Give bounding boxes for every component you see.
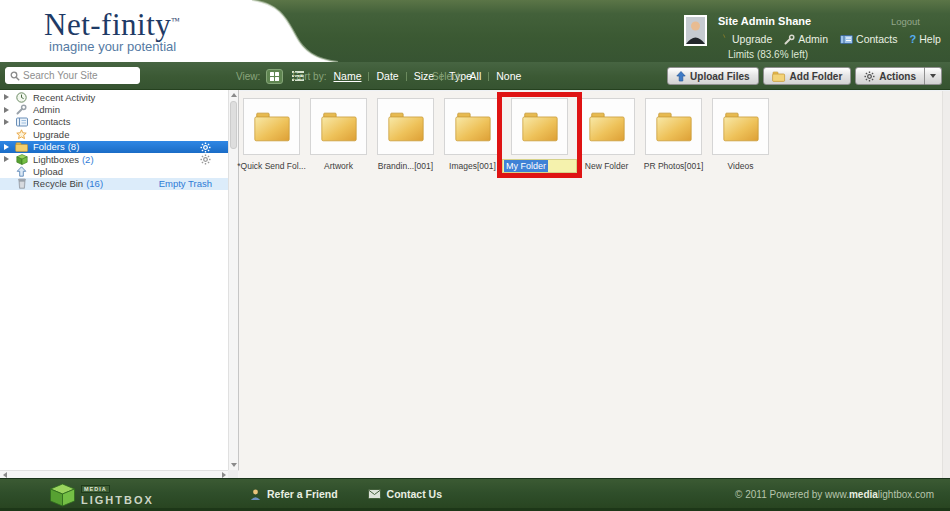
sidebar-item-label: Contacts <box>33 116 71 127</box>
folder-icon <box>653 110 695 143</box>
folder-tile-pr-photos[interactable]: PR Photos[001] <box>645 98 702 173</box>
actions-dropdown-button[interactable] <box>925 67 942 85</box>
folder-tile-videos[interactable]: Videos <box>712 98 769 173</box>
sidebar-item-recent-activity[interactable]: Recent Activity <box>0 91 228 103</box>
folder-thumbnail[interactable] <box>377 98 434 155</box>
upload-files-button[interactable]: Upload Files <box>667 67 758 85</box>
folder-thumbnail[interactable] <box>243 98 300 155</box>
logo-title: Net-finity™ <box>44 5 181 41</box>
folder-tile-new-folder[interactable]: New Folder <box>578 98 635 173</box>
folder-tile-branding[interactable]: Brandin...[001] <box>377 98 434 173</box>
sidebar-vertical-scrollbar[interactable] <box>228 90 238 470</box>
logo-word: Net-finity <box>44 7 171 42</box>
spacer <box>4 131 9 137</box>
footer-logo: MEDIA LIGHTBOX <box>49 483 154 507</box>
recycle-bin-count: (16) <box>86 178 103 189</box>
expand-arrow-icon[interactable] <box>4 94 9 100</box>
user-name: Site Admin Shane <box>718 15 811 27</box>
search-box <box>5 67 140 84</box>
expand-arrow-icon[interactable] <box>4 156 9 162</box>
actions-button[interactable]: Actions <box>855 67 925 85</box>
copyright-brand: media <box>849 489 878 500</box>
sidebar-item-label: Recent Activity <box>33 92 95 103</box>
add-folder-button[interactable]: Add Folder <box>763 67 852 85</box>
help-link[interactable]: ? Help <box>909 33 940 45</box>
upgrade-label: Upgrade <box>732 33 772 45</box>
folder-tile-my-folder[interactable]: My Folder <box>511 98 568 173</box>
upload-arrow-icon <box>676 71 686 82</box>
folder-name: Brandin...[001] <box>378 161 433 171</box>
spacer <box>4 181 9 187</box>
folder-thumbnail[interactable] <box>712 98 769 155</box>
folder-icon <box>720 110 762 143</box>
folder-tile-quick-send[interactable]: *Quick Send Fol... <box>243 98 300 173</box>
contacts-icon <box>840 34 853 45</box>
folder-thumbnail[interactable] <box>511 98 568 155</box>
expand-arrow-icon[interactable] <box>4 107 9 113</box>
folder-icon <box>15 142 28 152</box>
select-none[interactable]: None <box>496 70 521 82</box>
media-badge: MEDIA <box>81 485 110 493</box>
sidebar-item-label: Recycle Bin <box>33 178 83 189</box>
folder-tile-images[interactable]: Images[001] <box>444 98 501 173</box>
scroll-down-arrow[interactable] <box>229 460 238 470</box>
sort-label: Sort by: <box>292 71 326 82</box>
folder-name: New Folder <box>585 161 628 171</box>
scrollbar-thumb[interactable] <box>230 101 237 149</box>
select-all[interactable]: All <box>470 70 482 82</box>
content-scrollbar-track[interactable] <box>942 91 950 478</box>
sidebar-horizontal-scrollbar[interactable] <box>0 470 239 478</box>
empty-trash-link[interactable]: Empty Trash <box>159 178 212 189</box>
copyright: © 2011 Powered by www.medialightbox.com <box>735 479 934 509</box>
sidebar-item-upload[interactable]: Upload <box>0 165 228 177</box>
add-folder-label: Add Folder <box>790 71 843 82</box>
contacts-link[interactable]: Contacts <box>840 33 897 45</box>
help-label: Help <box>919 33 941 45</box>
admin-link[interactable]: Admin <box>784 33 828 45</box>
folder-tile-artwork[interactable]: Artwork <box>310 98 367 173</box>
sidebar-item-contacts[interactable]: Contacts <box>0 116 228 128</box>
search-input[interactable] <box>23 70 131 81</box>
folder-thumbnail[interactable] <box>578 98 635 155</box>
upgrade-link[interactable]: Upgrade <box>718 33 772 45</box>
folders-count: (8) <box>68 141 80 152</box>
sidebar-item-lightboxes[interactable]: Lightboxes (2) <box>0 153 228 165</box>
grid-view-button[interactable] <box>266 69 283 84</box>
avatar[interactable] <box>684 15 707 46</box>
footer-links: Refer a Friend Contact Us <box>250 479 442 509</box>
expand-arrow-icon[interactable] <box>4 119 9 125</box>
folder-thumbnail[interactable] <box>444 98 501 155</box>
lightbox-cube-icon <box>49 483 76 507</box>
sidebar-items: Recent Activity Admin Contacts Upgrade <box>0 91 228 190</box>
sidebar-item-admin[interactable]: Admin <box>0 103 228 115</box>
folder-icon <box>519 110 561 143</box>
logout-link[interactable]: Logout <box>891 16 920 27</box>
folder-thumbnail[interactable] <box>645 98 702 155</box>
folder-grid-panel: *Quick Send Fol... Artwork Brandin...[00… <box>240 90 950 478</box>
footer-logo-text: MEDIA LIGHTBOX <box>81 485 154 506</box>
scroll-left-arrow[interactable] <box>0 471 10 478</box>
folder-name: Artwork <box>324 161 353 171</box>
sidebar-item-folders[interactable]: Folders (8) <box>0 141 228 153</box>
folder-rename-input[interactable]: My Folder <box>502 159 577 173</box>
limits-status: Limits (83.6% left) <box>728 49 920 60</box>
scrollbar-corner <box>228 470 238 478</box>
wrench-icon <box>16 104 27 115</box>
separator <box>368 72 369 81</box>
contacts-icon <box>16 117 28 127</box>
sidebar-item-recycle-bin[interactable]: Recycle Bin (16) Empty Trash <box>0 178 228 190</box>
header: Net-finity™ imagine your potential Site … <box>0 0 950 62</box>
folder-name: PR Photos[001] <box>644 161 704 171</box>
refer-a-friend-link[interactable]: Refer a Friend <box>250 488 338 500</box>
clock-icon <box>16 92 27 103</box>
folder-icon <box>452 110 494 143</box>
chevron-down-icon <box>930 74 936 78</box>
sort-by-date[interactable]: Date <box>376 70 398 82</box>
expand-arrow-icon[interactable] <box>4 144 9 150</box>
folder-thumbnail[interactable] <box>310 98 367 155</box>
toolbar: View: Sort by: Name Date Size Type Selec… <box>0 62 950 90</box>
contact-us-link[interactable]: Contact Us <box>368 488 442 500</box>
sidebar-item-upgrade[interactable]: Upgrade <box>0 128 228 140</box>
scroll-up-arrow[interactable] <box>229 90 238 100</box>
sort-by-name[interactable]: Name <box>333 70 361 82</box>
